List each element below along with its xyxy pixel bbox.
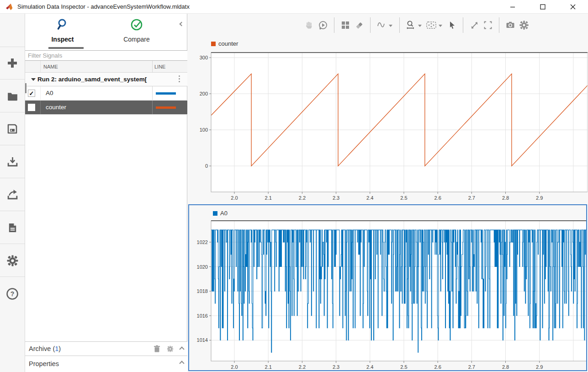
- svg-text:100: 100: [200, 127, 208, 133]
- left-toolbar: ?: [0, 14, 25, 372]
- open-folder-button[interactable]: [0, 80, 25, 112]
- pan-hand-icon: [305, 21, 314, 30]
- save-button[interactable]: [0, 113, 25, 145]
- document-icon: [7, 222, 18, 234]
- close-button[interactable]: [558, 0, 588, 14]
- pan-hand-button[interactable]: [302, 18, 316, 32]
- svg-text:2.9: 2.9: [536, 195, 543, 201]
- minimize-button[interactable]: [498, 0, 528, 14]
- svg-text:2.0: 2.0: [231, 195, 238, 201]
- plot-toolbar: [187, 14, 588, 37]
- collapse-triangle-icon[interactable]: [31, 78, 36, 81]
- filter-signals-input[interactable]: [25, 50, 187, 61]
- sidebar-scrollbar-thumb[interactable]: [25, 83, 26, 93]
- import-arrow-icon: [6, 156, 19, 168]
- counter-chart[interactable]: 01002003002.02.12.22.32.42.52.62.72.82.9: [192, 39, 588, 203]
- run-row[interactable]: Run 2: arduino_samd_event_system[: [25, 73, 187, 86]
- svg-text:1020: 1020: [197, 264, 208, 270]
- tab-inspect[interactable]: Inspect: [35, 18, 90, 43]
- svg-text:2.4: 2.4: [366, 364, 373, 370]
- toolbar-separator: [370, 17, 371, 33]
- fit-to-view-button[interactable]: [424, 18, 438, 32]
- toolbar-separator: [399, 17, 400, 33]
- archive-settings-gear-icon[interactable]: [167, 345, 174, 352]
- run-options-menu-button[interactable]: [179, 75, 180, 82]
- snapshot-button[interactable]: [503, 18, 517, 32]
- a0-chart[interactable]: 101410161018102010222.02.12.22.32.42.52.…: [189, 205, 586, 370]
- gear-icon: [6, 255, 19, 267]
- maximize-button[interactable]: [528, 0, 558, 14]
- fullscreen-brackets-icon: [483, 21, 493, 30]
- add-button[interactable]: [0, 47, 25, 80]
- subplot-a0-selected[interactable]: A0 101410161018102010222.02.12.22.32.42.…: [188, 204, 587, 371]
- matlab-logo-icon: [5, 3, 14, 11]
- help-button[interactable]: ?: [0, 277, 25, 310]
- help-icon: ?: [5, 287, 19, 301]
- left-toolbar-spacer: [0, 14, 25, 47]
- zoom-time-icon: [406, 20, 416, 30]
- sidebar-tabs: Inspect Compare: [25, 14, 187, 50]
- collapse-sidebar-button[interactable]: [180, 19, 183, 27]
- svg-text:2.2: 2.2: [299, 364, 306, 370]
- clear-plots-button[interactable]: [352, 18, 366, 32]
- svg-text:2.3: 2.3: [333, 195, 339, 201]
- subplot-counter[interactable]: counter 01002003002.02.12.22.32.42.52.62…: [192, 39, 588, 204]
- signal-checkbox-a0[interactable]: ✓: [28, 90, 35, 97]
- tab-compare[interactable]: Compare: [109, 18, 164, 43]
- svg-text:2.8: 2.8: [502, 364, 509, 370]
- svg-text:2.9: 2.9: [536, 364, 543, 370]
- pointer-button[interactable]: [445, 18, 459, 32]
- create-report-button[interactable]: [0, 212, 25, 244]
- svg-text:2.5: 2.5: [400, 195, 407, 201]
- expand-diagonal-icon: [470, 21, 479, 30]
- import-button[interactable]: [0, 146, 25, 178]
- svg-text:2.6: 2.6: [434, 364, 441, 370]
- properties-collapse-chevron[interactable]: [179, 361, 184, 366]
- compare-check-icon: [130, 18, 143, 31]
- inspect-magnifier-icon: [56, 18, 69, 31]
- chevron-left-icon: [180, 22, 184, 27]
- signal-name: A0: [46, 90, 53, 96]
- signal-row-a0[interactable]: ✓ A0: [25, 86, 187, 101]
- svg-text:2.8: 2.8: [502, 195, 509, 201]
- expand-button[interactable]: [467, 18, 481, 32]
- signal-name: counter: [46, 104, 66, 111]
- replay-button[interactable]: [316, 18, 330, 32]
- signal-row-counter[interactable]: counter: [25, 101, 187, 115]
- properties-section-header[interactable]: Properties: [25, 356, 187, 372]
- archive-collapse-chevron[interactable]: [179, 346, 184, 351]
- app-window: Simulation Data Inspector - advanceEvenS…: [0, 0, 588, 372]
- signal-wave-icon: [376, 20, 387, 31]
- title-bar: Simulation Data Inspector - advanceEvenS…: [0, 0, 588, 14]
- svg-text:2.3: 2.3: [333, 364, 339, 370]
- tab-inspect-label: Inspect: [35, 36, 90, 43]
- zoom-in-time-button[interactable]: [404, 18, 418, 32]
- column-header-name: NAME: [43, 64, 58, 69]
- trash-icon[interactable]: [154, 345, 160, 352]
- svg-text:2.1: 2.1: [265, 364, 272, 370]
- layout-grid-icon: [341, 21, 350, 30]
- export-button[interactable]: [0, 179, 25, 211]
- signal-generator-dropdown[interactable]: [389, 25, 392, 27]
- zoom-in-time-dropdown[interactable]: [418, 25, 422, 27]
- active-tab-underline: [48, 47, 84, 49]
- window-title: Simulation Data Inspector - advanceEvenS…: [17, 3, 190, 10]
- layout-grid-button[interactable]: [339, 18, 352, 32]
- svg-text:2.0: 2.0: [231, 364, 238, 370]
- fit-to-view-dropdown[interactable]: [439, 25, 442, 27]
- preferences-button[interactable]: [0, 244, 25, 277]
- svg-text:2.2: 2.2: [299, 195, 306, 201]
- properties-label: Properties: [29, 360, 59, 367]
- archive-section-header[interactable]: Archive (1): [25, 341, 187, 356]
- export-share-icon: [6, 189, 19, 201]
- fit-to-view-icon: [425, 20, 437, 30]
- eraser-icon: [355, 21, 364, 30]
- signal-generator-button[interactable]: [375, 18, 388, 32]
- column-header-line: LINE: [154, 64, 165, 69]
- signal-line-swatch: [156, 92, 176, 95]
- fullscreen-button[interactable]: [481, 18, 495, 32]
- signal-checkbox-counter[interactable]: [28, 104, 35, 111]
- camera-icon: [505, 20, 515, 30]
- toolbar-separator: [499, 17, 499, 33]
- plot-settings-button[interactable]: [517, 18, 531, 32]
